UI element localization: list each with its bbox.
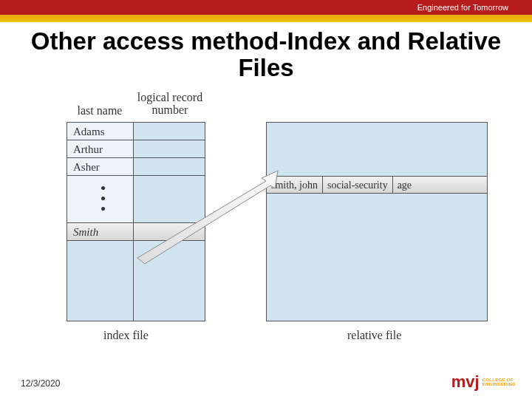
- diagram: last name logical record number Adams Ar…: [37, 89, 495, 355]
- relative-record-row: smith, john social-security age: [267, 176, 487, 194]
- caption-index-file: index file: [103, 329, 149, 342]
- index-num-cell: [134, 123, 205, 140]
- index-file-box: Adams Arthur Asher ••• Smith: [66, 122, 205, 321]
- relative-age-cell: age: [393, 177, 416, 193]
- header-strip: Engineered for Tomorrow: [0, 0, 532, 15]
- college-logo: mvj COLLEGE OF ENGINEERING: [451, 372, 516, 392]
- footer-date: 12/3/2020: [21, 378, 60, 389]
- index-name-cell: Asher: [67, 158, 134, 175]
- page-title: Other access method-Index and Relative F…: [30, 28, 502, 82]
- logo-subtext: ENGINEERING: [482, 382, 516, 386]
- title-wrap: Other access method-Index and Relative F…: [0, 22, 532, 85]
- index-num-cell: [134, 140, 205, 157]
- index-row: Adams: [67, 123, 205, 140]
- index-num-cell: [134, 176, 205, 222]
- index-name-cell: Arthur: [67, 140, 134, 157]
- index-name-cell: Adams: [67, 123, 134, 140]
- index-empty-area: [67, 241, 205, 321]
- index-row: Arthur: [67, 140, 205, 158]
- accent-bar: [0, 15, 532, 22]
- header-logical-record: logical record number: [133, 91, 207, 117]
- index-num-cell: [134, 223, 205, 240]
- relative-file-box: smith, john social-security age: [266, 122, 488, 321]
- relative-ssn-cell: social-security: [323, 177, 393, 193]
- logo-text: mvj: [451, 372, 480, 392]
- index-ellipsis-row: •••: [67, 176, 205, 223]
- index-row: Asher: [67, 158, 205, 176]
- tagline: Engineered for Tomorrow: [409, 0, 517, 15]
- header-last-name: last name: [66, 104, 133, 117]
- ellipsis-icon: •••: [67, 176, 134, 222]
- index-num-cell: [134, 158, 205, 175]
- relative-name-cell: smith, john: [267, 177, 323, 193]
- index-name-cell: Smith: [67, 223, 134, 240]
- caption-relative-file: relative file: [347, 329, 401, 342]
- index-row-selected: Smith: [67, 223, 205, 241]
